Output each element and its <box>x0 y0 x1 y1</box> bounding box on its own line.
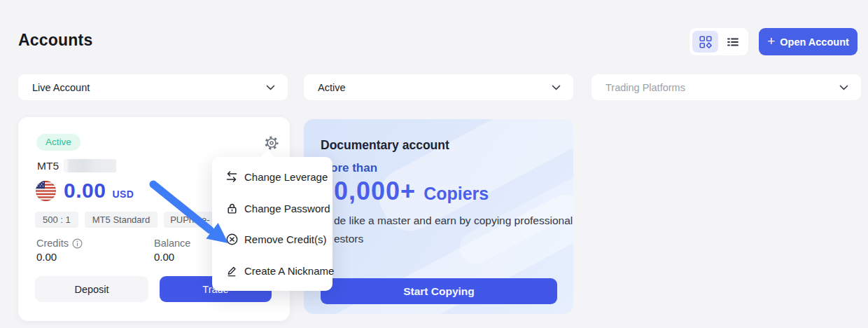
gear-icon[interactable] <box>263 135 280 151</box>
swap-arrows-icon <box>225 170 238 183</box>
open-account-button[interactable]: + Open Account <box>759 28 858 55</box>
lock-icon <box>225 202 238 214</box>
us-flag-icon <box>36 181 56 201</box>
account-type-value: Live Account <box>32 82 266 93</box>
view-toggle <box>690 28 748 55</box>
menu-item-change-leverage[interactable]: Change Leverage <box>212 163 332 191</box>
account-tags: 500 : 1 MT5 Standard PUPrime- 2 <box>35 212 242 228</box>
account-type-dropdown[interactable]: Live Account <box>18 74 288 100</box>
promo-description-line1: de like a master and earn by copying pro… <box>334 214 573 227</box>
page-title: Accounts <box>18 31 92 50</box>
account-identity: MT5 <box>37 159 116 172</box>
trading-platforms-placeholder: Trading Platforms <box>606 82 839 93</box>
status-value: Active <box>318 82 552 93</box>
menu-item-label: Change Leverage <box>244 171 328 183</box>
balance-display: 0.00 USD <box>36 179 134 203</box>
trading-platforms-dropdown[interactable]: Trading Platforms <box>592 74 861 100</box>
status-dropdown[interactable]: Active <box>304 74 573 100</box>
status-badge: Active <box>36 134 80 151</box>
copiers-word: Copiers <box>424 184 489 204</box>
account-balance: 0.00 USD <box>64 179 134 203</box>
chevron-down-icon <box>266 85 275 90</box>
open-account-label: Open Account <box>780 36 849 48</box>
deposit-button[interactable]: Deposit <box>35 276 148 302</box>
accounts-page: Accounts + Open Acco <box>0 0 868 328</box>
menu-item-change-password[interactable]: Change Password <box>212 194 332 222</box>
menu-item-label: Create A Nickname <box>244 265 334 277</box>
chevron-down-icon <box>839 85 848 90</box>
credits-figure: Credits 0.00 <box>36 238 154 263</box>
promo-description-line2: estors <box>334 233 363 245</box>
credits-value: 0.00 <box>36 251 154 263</box>
promo-subtitle: ore than <box>330 161 377 175</box>
circle-x-icon <box>225 233 238 246</box>
menu-item-create-nickname[interactable]: Create A Nickname <box>212 257 332 285</box>
copiers-count: 0,000+ Copiers <box>334 177 489 206</box>
leverage-tag: 500 : 1 <box>35 212 78 228</box>
currency-code: USD <box>112 189 134 200</box>
pencil-icon <box>225 265 238 278</box>
plus-icon: + <box>767 34 775 48</box>
redacted-account-number <box>64 159 116 172</box>
info-icon[interactable] <box>72 238 83 249</box>
promo-title: Documentary account <box>321 138 449 153</box>
list-view-button[interactable] <box>720 31 746 53</box>
account-type-tag: MT5 Standard <box>85 212 158 228</box>
account-settings-menu: Change Leverage Change Password Remove C… <box>212 157 332 291</box>
credits-label: Credits <box>36 238 69 249</box>
server-tag-prefix: PUPrime- <box>170 212 209 228</box>
menu-item-label: Remove Credit(s) <box>244 233 327 245</box>
deposit-label: Deposit <box>74 284 108 295</box>
platform-label: MT5 <box>37 160 59 172</box>
grid-view-button[interactable] <box>692 31 718 53</box>
list-view-icon <box>727 36 739 48</box>
chevron-down-icon <box>552 85 561 90</box>
grid-view-icon <box>699 36 712 48</box>
balance-label: Balance <box>154 238 190 249</box>
balance-amount: 0.00 <box>64 179 106 203</box>
menu-item-label: Change Password <box>244 203 330 214</box>
start-copying-button[interactable]: Start Copying <box>321 278 557 304</box>
copiers-number: 0,000+ <box>334 177 416 206</box>
menu-item-remove-credits[interactable]: Remove Credit(s) <box>212 226 332 254</box>
start-copying-label: Start Copying <box>403 285 475 298</box>
